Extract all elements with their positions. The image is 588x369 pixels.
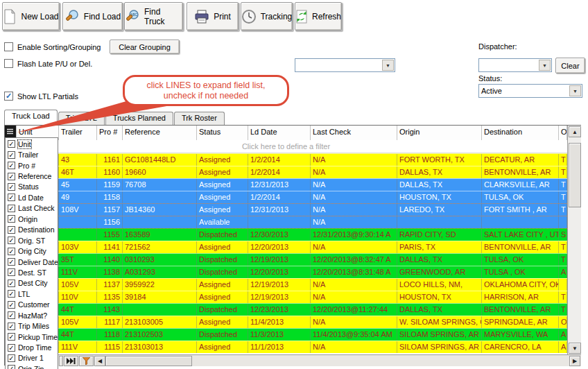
grid-cell-destination[interactable]: BENTONVILLE, AR — [482, 241, 559, 253]
grid-cell-ld_date[interactable]: 1/2/2014 — [248, 154, 311, 166]
field-list-item-dest-st[interactable]: ✓Dest. ST — [7, 267, 58, 277]
field-list-item-reference[interactable]: ✓Reference — [7, 171, 58, 181]
field-list-item-orig-city[interactable]: ✓Orig City — [7, 246, 58, 256]
chevron-down-icon[interactable]: ▼ — [382, 60, 394, 71]
grid-cell-pro[interactable]: 1118 — [97, 329, 123, 341]
grid-cell-reference[interactable]: 213102503 — [123, 329, 197, 341]
checkbox-checked-icon[interactable]: ✓ — [8, 205, 15, 212]
grid-cell-orig_st[interactable]: A — [559, 341, 567, 353]
grid-cell-origin[interactable]: GREENWOOD, AR — [397, 266, 482, 278]
grid-cell-pro[interactable]: 1115 — [97, 341, 123, 353]
horizontal-scroll-thumb[interactable] — [105, 356, 192, 366]
grid-cell-reference[interactable]: 163589 — [123, 229, 197, 241]
dispatcher-dropdown[interactable]: ▼ — [478, 58, 552, 72]
grid-cell-trailer[interactable]: 44T — [59, 304, 97, 316]
field-list-item-ld-date[interactable]: ✓Ld Date — [7, 192, 58, 203]
grid-cell-trailer[interactable]: 108V — [59, 204, 97, 216]
grid-cell-trailer[interactable]: 103V — [59, 241, 97, 253]
checkbox-checked-icon[interactable]: ✓ — [8, 280, 15, 287]
grid-cell-status[interactable]: Assigned — [197, 154, 248, 166]
grid-cell-pro[interactable]: 1141 — [97, 241, 123, 253]
grid-cell-origin[interactable]: LOCO HILLS, NM, — [397, 279, 482, 291]
grid-cell-ld_date[interactable]: 12/23/2013 — [248, 304, 311, 316]
grid-cell-reference[interactable]: 0310293 — [123, 254, 197, 266]
field-list-item-deliver-date[interactable]: ✓Deliver Date — [7, 257, 58, 267]
find-truck-button[interactable]: ABC Find Truck — [124, 2, 183, 31]
grid-cell-origin[interactable]: PARIS, TX — [397, 241, 482, 253]
field-list-item-drop-time[interactable]: ✓Drop Time — [7, 342, 58, 352]
field-list-item-orig-zip[interactable]: ✓Orig Zip — [7, 363, 58, 369]
grid-cell-status[interactable]: Assigned — [197, 191, 248, 203]
table-row[interactable]: 105V11373959922Assigned12/19/2013N/ALOCO… — [5, 278, 567, 291]
scroll-down-icon[interactable]: ▼ — [569, 343, 581, 354]
table-row[interactable]: 103V1141721562Assigned12/20/2013N/APARIS… — [5, 241, 567, 253]
checkbox-checked-icon[interactable]: ✓ — [8, 365, 15, 369]
grid-cell-pro[interactable]: 1158 — [97, 191, 123, 203]
grid-cell-status[interactable]: Dispatched — [197, 229, 248, 241]
table-row[interactable]: 45115976708Assigned12/31/2013N/ADALLAS, … — [5, 178, 567, 191]
scroll-up-icon[interactable]: ▲ — [569, 126, 581, 137]
grid-cell-origin[interactable]: DALLAS, TX — [397, 166, 482, 178]
grid-cell-pro[interactable]: 1157 — [97, 204, 123, 216]
vertical-scroll-thumb[interactable] — [569, 143, 581, 207]
grid-cell-status[interactable]: Assigned — [197, 316, 248, 328]
grid-cell-last_check[interactable]: N/A — [311, 279, 397, 291]
grid-cell-reference[interactable]: GC1081448LD — [123, 154, 197, 166]
grid-cell-reference[interactable] — [123, 216, 197, 228]
grid-cell-origin[interactable]: SILOAM SPRINGS, AR — [397, 329, 482, 341]
grid-cell-reference[interactable]: A031293 — [123, 266, 197, 278]
grid-cell-origin[interactable]: FORT WORTH, TX — [397, 154, 482, 166]
grid-cell-destination[interactable]: BENTONVILLE, AR — [482, 166, 559, 178]
grid-cell-status[interactable]: Dispatched — [197, 304, 248, 316]
table-row[interactable]: 46T116019660Assigned1/2/2014N/ADALLAS, T… — [5, 166, 567, 178]
field-list-item-destination[interactable]: ✓Destination — [7, 225, 58, 235]
new-load-button[interactable]: New Load — [2, 2, 60, 31]
grid-cell-orig_st[interactable]: A — [559, 266, 567, 278]
grid-cell-destination[interactable]: SPRINGDALE, AR — [482, 316, 559, 328]
grid-cell-status[interactable]: Assigned — [197, 179, 248, 191]
grid-cell-ld_date[interactable]: 11/4/2013 — [248, 316, 311, 328]
grid-cell-destination[interactable]: HARRISON, AR — [482, 291, 559, 303]
checkbox-checked-icon[interactable]: ✓ — [8, 226, 15, 234]
tracking-button[interactable]: Tracking — [241, 2, 293, 31]
table-row[interactable]: 110V113539184Assigned12/19/2013N/AHOUSTO… — [5, 291, 567, 303]
grid-cell-trailer[interactable]: 46T — [59, 166, 97, 178]
grid-cell-ld_date[interactable]: 1/2/2014 — [248, 191, 311, 203]
field-list-item-pickup-time[interactable]: ✓Pickup Time — [7, 332, 58, 342]
grid-cell-status[interactable]: Assigned — [197, 241, 248, 253]
grid-cell-trailer[interactable]: 44T — [59, 329, 97, 341]
column-header-destination[interactable]: Destination — [482, 126, 559, 140]
grid-cell-last_check[interactable]: 12/20/2013@11:27:44 — [311, 304, 397, 316]
grid-cell-reference[interactable]: 213103005 — [123, 316, 197, 328]
grid-cell-trailer[interactable]: 111V — [59, 341, 97, 353]
grid-cell-orig_st[interactable]: T — [559, 179, 567, 191]
field-list-item-orig-st[interactable]: ✓Orig. ST — [7, 235, 58, 246]
grid-cell-status[interactable]: Available — [197, 216, 248, 228]
grid-cell-orig_st[interactable]: T — [559, 166, 567, 178]
grid-cell-reference[interactable]: 76708 — [123, 179, 197, 191]
field-list-item-hazmat-[interactable]: ✓HazMat? — [7, 310, 58, 320]
table-row[interactable]: 1155163589Dispatched12/30/201312/31/2013… — [5, 228, 567, 241]
grid-cell-destination[interactable]: MARYSVILLE, WA — [482, 329, 559, 341]
checkbox-checked-icon[interactable]: ✓ — [8, 333, 15, 341]
grid-cell-origin[interactable]: DALLAS, TX — [397, 304, 482, 316]
field-list-item-customer[interactable]: ✓Customer — [7, 300, 58, 310]
checkbox-checked-icon[interactable]: ✓ — [8, 140, 15, 148]
grid-cell-origin[interactable]: HOUSTON, TX — [397, 191, 482, 203]
grid-cell-ld_date[interactable]: 12/31/2013 — [248, 204, 311, 216]
clear-dispatcher-button[interactable]: Clear — [555, 58, 585, 74]
grid-cell-origin[interactable]: W. SILOAM SPRINGS, O — [397, 316, 482, 328]
enable-sorting-checkbox[interactable] — [4, 42, 13, 51]
grid-cell-status[interactable]: Dispatched — [197, 329, 248, 341]
grid-cell-destination[interactable]: OKLAHOMA CITY, OK, — [482, 279, 559, 291]
checkbox-checked-icon[interactable]: ✓ — [8, 311, 15, 319]
checkbox-checked-icon[interactable]: ✓ — [8, 151, 15, 159]
field-list-item-ltl[interactable]: ✓LTL — [7, 289, 58, 299]
field-list-item-dest-city[interactable]: ✓Dest City — [7, 278, 58, 289]
grid-cell-ld_date[interactable] — [248, 216, 311, 228]
grid-cell-pro[interactable]: 1138 — [97, 266, 123, 278]
column-header-status[interactable]: Status — [197, 126, 248, 140]
grid-cell-pro[interactable]: 1143 — [97, 304, 123, 316]
grid-cell-trailer[interactable]: 110V — [59, 291, 97, 303]
table-row[interactable]: 35T11400310293Dispatched12/19/201312/20/… — [5, 253, 567, 266]
